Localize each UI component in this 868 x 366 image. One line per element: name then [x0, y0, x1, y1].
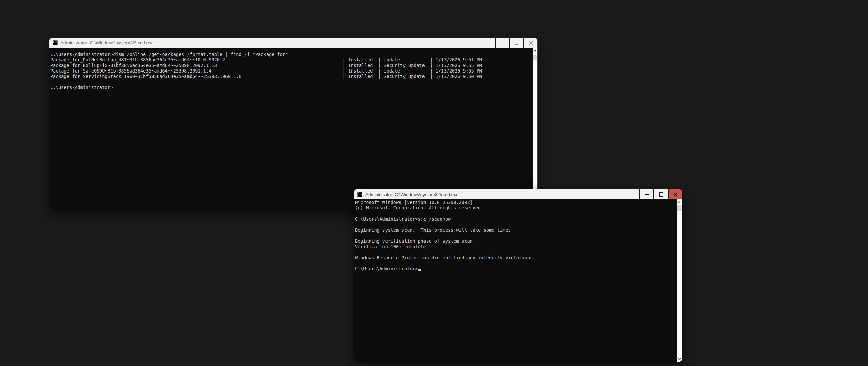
- chevron-up-icon: [678, 201, 680, 204]
- minimize-button[interactable]: [495, 38, 509, 48]
- scroll-up-button[interactable]: [533, 48, 537, 54]
- chevron-up-icon: [533, 49, 536, 52]
- console-output-1: C:\Users\Administrator>dism /online /get…: [49, 48, 537, 90]
- maximize-icon: [659, 192, 663, 197]
- cmd-window-dism[interactable]: C:\ Administrator: C:\Windows\system32\c…: [49, 38, 538, 210]
- titlebar[interactable]: C:\ Administrator: C:\Windows\system32\c…: [49, 38, 537, 48]
- desktop: C:\ Administrator: C:\Windows\system32\c…: [0, 0, 868, 366]
- console-output-2: Microsoft Windows [Version 10.0.25398.20…: [354, 199, 682, 272]
- maximize-button[interactable]: [653, 189, 668, 199]
- maximize-icon: [515, 41, 518, 45]
- maximize-button[interactable]: [509, 38, 523, 48]
- close-icon: [673, 192, 677, 197]
- minimize-icon: [500, 43, 504, 43]
- titlebar[interactable]: C:\ Administrator: C:\Windows\system32\c…: [354, 189, 682, 199]
- minimize-button[interactable]: [639, 189, 653, 199]
- scrollbar-thumb[interactable]: [677, 206, 682, 211]
- caption-buttons: [495, 38, 537, 48]
- cmd-window-sfc[interactable]: C:\ Administrator: C:\Windows\system32\c…: [354, 189, 682, 362]
- scroll-up-button[interactable]: [677, 199, 682, 206]
- scrollbar-thumb[interactable]: [533, 55, 537, 60]
- minimize-icon: [645, 194, 649, 195]
- scrollbar[interactable]: [677, 199, 682, 362]
- close-button[interactable]: [523, 38, 537, 48]
- caption-buttons: [639, 189, 682, 199]
- window-title: Administrator: C:\Windows\system32\cmd.e…: [60, 40, 495, 45]
- close-button[interactable]: [668, 189, 682, 199]
- close-icon: [529, 41, 533, 45]
- cmd-icon: C:\: [53, 40, 58, 45]
- scroll-down-button[interactable]: [677, 355, 682, 362]
- console-area[interactable]: C:\Users\Administrator>dism /online /get…: [49, 48, 537, 210]
- window-title: Administrator: C:\Windows\system32\cmd.e…: [365, 192, 639, 197]
- chevron-down-icon: [678, 357, 681, 360]
- terminal-cursor: [418, 269, 421, 271]
- console-area[interactable]: Microsoft Windows [Version 10.0.25398.20…: [354, 199, 682, 362]
- scrollbar[interactable]: [533, 48, 537, 210]
- cmd-icon: C:\: [357, 192, 362, 197]
